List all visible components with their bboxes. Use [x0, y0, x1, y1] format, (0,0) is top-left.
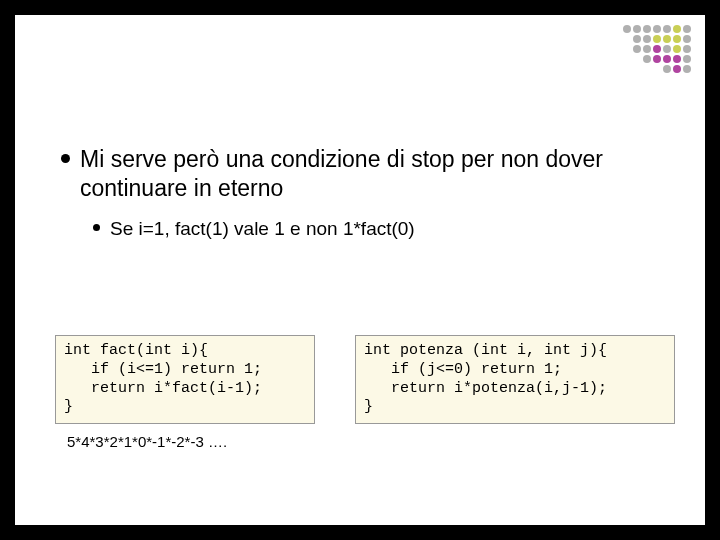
dot-row [623, 35, 691, 43]
bullet-icon [61, 154, 70, 163]
dot-icon [653, 55, 661, 63]
dot-icon [653, 25, 661, 33]
code-block-fact: int fact(int i){ if (i<=1) return 1; ret… [55, 335, 315, 424]
dot-row [623, 55, 691, 63]
content-area: Mi serve però una condizione di stop per… [61, 145, 665, 254]
dot-icon [673, 35, 681, 43]
dot-icon [643, 45, 651, 53]
dot-icon [653, 45, 661, 53]
dot-row [623, 65, 691, 73]
bullet-sub: Se i=1, fact(1) vale 1 e non 1*fact(0) [93, 217, 665, 241]
corner-dots [623, 25, 691, 73]
slide: Mi serve però una condizione di stop per… [15, 15, 705, 525]
dot-icon [683, 35, 691, 43]
bullet-main: Mi serve però una condizione di stop per… [61, 145, 665, 203]
dot-icon [683, 55, 691, 63]
dot-icon [663, 65, 671, 73]
dot-row [623, 25, 691, 33]
dot-icon [663, 25, 671, 33]
footnote-text: 5*4*3*2*1*0*-1*-2*-3 …. [67, 433, 227, 450]
dot-icon [673, 45, 681, 53]
dot-icon [663, 55, 671, 63]
bullet-sub-text: Se i=1, fact(1) vale 1 e non 1*fact(0) [110, 217, 415, 241]
dot-icon [663, 35, 671, 43]
code-block-potenza: int potenza (int i, int j){ if (j<=0) re… [355, 335, 675, 424]
dot-icon [683, 65, 691, 73]
dot-icon [683, 45, 691, 53]
bullet-icon [93, 224, 100, 231]
dot-icon [643, 55, 651, 63]
dot-icon [673, 65, 681, 73]
dot-icon [653, 35, 661, 43]
dot-icon [633, 35, 641, 43]
dot-icon [633, 45, 641, 53]
dot-icon [633, 25, 641, 33]
dot-icon [673, 25, 681, 33]
dot-icon [673, 55, 681, 63]
dot-row [623, 45, 691, 53]
dot-icon [683, 25, 691, 33]
bullet-main-text: Mi serve però una condizione di stop per… [80, 145, 665, 203]
dot-icon [643, 35, 651, 43]
dot-icon [623, 25, 631, 33]
dot-icon [643, 25, 651, 33]
dot-icon [663, 45, 671, 53]
